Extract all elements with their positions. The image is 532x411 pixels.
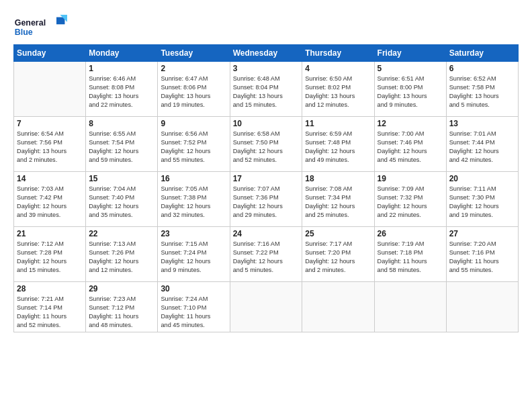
weekday-header-sunday: Sunday [14,45,86,62]
calendar-cell [302,282,374,332]
day-info: Sunrise: 7:12 AM Sunset: 7:28 PM Dayligh… [17,240,83,275]
day-info: Sunrise: 7:05 AM Sunset: 7:38 PM Dayligh… [161,185,226,220]
weekday-header-thursday: Thursday [302,45,374,62]
calendar-cell [14,62,86,117]
calendar-cell: 13Sunrise: 7:01 AM Sunset: 7:44 PM Dayli… [446,117,518,172]
day-info: Sunrise: 7:23 AM Sunset: 7:12 PM Dayligh… [89,295,154,330]
week-row-0: 1Sunrise: 6:46 AM Sunset: 8:08 PM Daylig… [14,62,519,117]
day-number: 17 [233,174,300,183]
day-info: Sunrise: 6:48 AM Sunset: 8:04 PM Dayligh… [233,75,300,109]
week-row-3: 21Sunrise: 7:12 AM Sunset: 7:28 PM Dayli… [14,227,519,282]
calendar-cell: 2Sunrise: 6:47 AM Sunset: 8:06 PM Daylig… [158,62,230,117]
calendar-cell: 26Sunrise: 7:19 AM Sunset: 7:18 PM Dayli… [374,227,446,282]
day-number: 16 [161,174,226,183]
day-info: Sunrise: 7:08 AM Sunset: 7:34 PM Dayligh… [305,185,371,220]
day-number: 14 [17,174,83,183]
weekday-header-monday: Monday [86,45,158,62]
day-number: 3 [233,64,300,73]
day-info: Sunrise: 7:00 AM Sunset: 7:46 PM Dayligh… [378,130,443,165]
logo-svg: General Blue [13,12,67,39]
logo: General Blue [13,12,67,39]
day-number: 5 [378,64,443,73]
day-info: Sunrise: 7:01 AM Sunset: 7:44 PM Dayligh… [449,130,515,165]
week-row-4: 28Sunrise: 7:21 AM Sunset: 7:14 PM Dayli… [14,282,519,332]
day-number: 12 [378,119,443,128]
day-number: 11 [305,119,371,128]
day-number: 25 [305,229,371,238]
day-info: Sunrise: 7:09 AM Sunset: 7:32 PM Dayligh… [378,185,443,220]
svg-text:General: General [15,18,46,28]
day-info: Sunrise: 7:21 AM Sunset: 7:14 PM Dayligh… [17,295,83,330]
calendar-cell: 17Sunrise: 7:07 AM Sunset: 7:36 PM Dayli… [230,172,302,227]
calendar-cell: 14Sunrise: 7:03 AM Sunset: 7:42 PM Dayli… [14,172,86,227]
calendar-cell [374,282,446,332]
calendar-cell: 10Sunrise: 6:58 AM Sunset: 7:50 PM Dayli… [230,117,302,172]
calendar-cell: 7Sunrise: 6:54 AM Sunset: 7:56 PM Daylig… [14,117,86,172]
calendar-cell [230,282,302,332]
weekday-header-saturday: Saturday [446,45,518,62]
calendar-cell: 4Sunrise: 6:50 AM Sunset: 8:02 PM Daylig… [302,62,374,117]
day-number: 26 [378,229,443,238]
calendar-cell: 30Sunrise: 7:24 AM Sunset: 7:10 PM Dayli… [158,282,230,332]
day-number: 19 [378,174,443,183]
page: General Blue SundayMondayTuesdayWednesda… [0,0,532,411]
day-info: Sunrise: 6:52 AM Sunset: 7:58 PM Dayligh… [449,75,515,109]
calendar-cell: 16Sunrise: 7:05 AM Sunset: 7:38 PM Dayli… [158,172,230,227]
week-row-1: 7Sunrise: 6:54 AM Sunset: 7:56 PM Daylig… [14,117,519,172]
calendar-cell: 5Sunrise: 6:51 AM Sunset: 8:00 PM Daylig… [374,62,446,117]
day-info: Sunrise: 7:19 AM Sunset: 7:18 PM Dayligh… [378,240,443,275]
week-row-2: 14Sunrise: 7:03 AM Sunset: 7:42 PM Dayli… [14,172,519,227]
day-number: 10 [233,119,300,128]
calendar-cell: 12Sunrise: 7:00 AM Sunset: 7:46 PM Dayli… [374,117,446,172]
day-info: Sunrise: 7:24 AM Sunset: 7:10 PM Dayligh… [161,295,226,330]
day-info: Sunrise: 7:04 AM Sunset: 7:40 PM Dayligh… [89,185,154,220]
header: General Blue [13,12,519,39]
day-info: Sunrise: 6:54 AM Sunset: 7:56 PM Dayligh… [17,130,83,165]
calendar-cell: 21Sunrise: 7:12 AM Sunset: 7:28 PM Dayli… [14,227,86,282]
day-info: Sunrise: 7:16 AM Sunset: 7:22 PM Dayligh… [233,240,300,275]
day-number: 6 [449,64,515,73]
day-info: Sunrise: 7:07 AM Sunset: 7:36 PM Dayligh… [233,185,300,220]
day-info: Sunrise: 6:59 AM Sunset: 7:48 PM Dayligh… [305,130,371,165]
calendar-cell: 20Sunrise: 7:11 AM Sunset: 7:30 PM Dayli… [446,172,518,227]
calendar-table: SundayMondayTuesdayWednesdayThursdayFrid… [13,44,519,332]
day-info: Sunrise: 7:20 AM Sunset: 7:16 PM Dayligh… [449,240,515,275]
day-info: Sunrise: 6:51 AM Sunset: 8:00 PM Dayligh… [378,75,443,109]
day-info: Sunrise: 6:58 AM Sunset: 7:50 PM Dayligh… [233,130,300,165]
calendar-cell: 11Sunrise: 6:59 AM Sunset: 7:48 PM Dayli… [302,117,374,172]
day-info: Sunrise: 6:55 AM Sunset: 7:54 PM Dayligh… [89,130,154,165]
calendar-cell: 1Sunrise: 6:46 AM Sunset: 8:08 PM Daylig… [86,62,158,117]
day-number: 4 [305,64,371,73]
day-number: 2 [161,64,226,73]
weekday-header-friday: Friday [374,45,446,62]
day-info: Sunrise: 7:15 AM Sunset: 7:24 PM Dayligh… [161,240,226,275]
calendar-cell: 28Sunrise: 7:21 AM Sunset: 7:14 PM Dayli… [14,282,86,332]
calendar-cell: 23Sunrise: 7:15 AM Sunset: 7:24 PM Dayli… [158,227,230,282]
day-number: 24 [233,229,300,238]
weekday-header-tuesday: Tuesday [158,45,230,62]
calendar-cell: 18Sunrise: 7:08 AM Sunset: 7:34 PM Dayli… [302,172,374,227]
weekday-header-wednesday: Wednesday [230,45,302,62]
day-info: Sunrise: 7:11 AM Sunset: 7:30 PM Dayligh… [449,185,515,220]
day-info: Sunrise: 7:03 AM Sunset: 7:42 PM Dayligh… [17,185,83,220]
day-number: 22 [89,229,154,238]
day-number: 9 [161,119,226,128]
day-info: Sunrise: 6:50 AM Sunset: 8:02 PM Dayligh… [305,75,371,109]
day-info: Sunrise: 6:56 AM Sunset: 7:52 PM Dayligh… [161,130,226,165]
day-number: 29 [89,284,154,293]
day-number: 8 [89,119,154,128]
day-number: 1 [89,64,154,73]
day-number: 13 [449,119,515,128]
calendar-cell: 27Sunrise: 7:20 AM Sunset: 7:16 PM Dayli… [446,227,518,282]
calendar-cell: 9Sunrise: 6:56 AM Sunset: 7:52 PM Daylig… [158,117,230,172]
calendar-cell: 24Sunrise: 7:16 AM Sunset: 7:22 PM Dayli… [230,227,302,282]
day-info: Sunrise: 6:47 AM Sunset: 8:06 PM Dayligh… [161,75,226,109]
svg-text:Blue: Blue [15,28,33,37]
weekday-header-row: SundayMondayTuesdayWednesdayThursdayFrid… [14,45,519,62]
day-info: Sunrise: 7:17 AM Sunset: 7:20 PM Dayligh… [305,240,371,275]
calendar-cell: 15Sunrise: 7:04 AM Sunset: 7:40 PM Dayli… [86,172,158,227]
day-info: Sunrise: 6:46 AM Sunset: 8:08 PM Dayligh… [89,75,154,109]
calendar-cell: 25Sunrise: 7:17 AM Sunset: 7:20 PM Dayli… [302,227,374,282]
day-number: 23 [161,229,226,238]
calendar-cell: 6Sunrise: 6:52 AM Sunset: 7:58 PM Daylig… [446,62,518,117]
